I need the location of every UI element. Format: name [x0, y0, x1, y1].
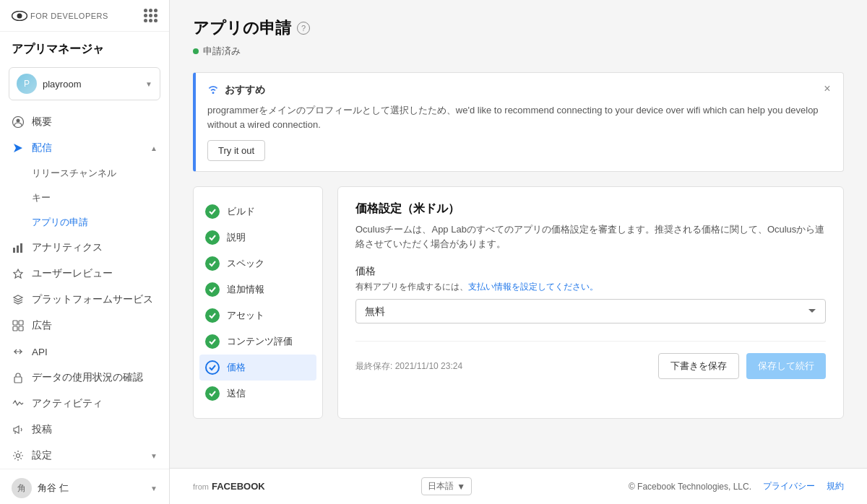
svg-rect-11 — [13, 326, 17, 331]
content-area: ビルド 説明 スペック — [193, 186, 844, 419]
sidebar-item-ads-label: 広告 — [32, 319, 52, 332]
footer-copyright: © Facebook Technologies, LLC. — [629, 482, 751, 492]
grid-nav-icon — [12, 319, 25, 332]
settings-chevron-down-icon: ▼ — [150, 452, 158, 460]
svg-marker-8 — [14, 295, 22, 300]
try-it-out-button[interactable]: Try it out — [207, 140, 265, 161]
sidebar-item-ads[interactable]: 広告 — [0, 313, 169, 339]
step-check-build — [205, 204, 220, 219]
step-assets[interactable]: アセット — [194, 303, 322, 329]
app-manager-title: アプリマネージャ — [0, 32, 169, 63]
sidebar-item-data-usage-label: データの使用状況の確認 — [32, 371, 143, 384]
sidebar-child-key[interactable]: キー — [0, 186, 169, 210]
distribution-left: 配信 — [12, 142, 52, 155]
help-icon[interactable]: ? — [297, 22, 310, 35]
sidebar-item-analytics[interactable]: アナリティクス — [0, 235, 169, 261]
sidebar-item-platform-services[interactable]: プラットフォームサービス — [0, 287, 169, 313]
footer-left: from FACEBOOK — [193, 481, 265, 492]
step-check-content-rating — [205, 334, 220, 349]
sidebar-item-posts[interactable]: 投稿 — [0, 417, 169, 443]
sidebar-item-settings-label: 設定 — [32, 449, 52, 462]
step-send[interactable]: 送信 — [194, 381, 322, 407]
svg-rect-4 — [13, 248, 15, 253]
app-selector-left: P playroom — [17, 74, 81, 94]
svg-point-3 — [17, 119, 20, 123]
panel-title: 価格設定（米ドル） — [355, 201, 826, 217]
draft-button[interactable]: 下書きを保存 — [658, 353, 739, 379]
footer-buttons: 下書きを保存 保存して続行 — [658, 353, 826, 379]
price-select[interactable]: 無料 — [355, 299, 826, 323]
step-label-content-rating: コンテンツ評価 — [227, 335, 293, 348]
status-dot — [193, 48, 199, 54]
sidebar-child-release-channel[interactable]: リリースチャンネル — [0, 161, 169, 186]
step-label-description: 説明 — [227, 231, 246, 244]
step-check-assets — [205, 308, 220, 323]
save-continue-button[interactable]: 保存して続行 — [746, 353, 826, 379]
footer-lang[interactable]: 日本語 ▼ — [421, 477, 472, 495]
app-selector[interactable]: P playroom ▼ — [9, 67, 160, 100]
step-label-additional-info: 追加情報 — [227, 283, 264, 296]
step-price[interactable]: 価格 — [199, 355, 316, 381]
price-field-hint: 有料アプリを作成するには、支払い情報を設定してください。 — [355, 281, 826, 293]
app-name: playroom — [43, 79, 81, 90]
gear-icon — [12, 449, 25, 462]
sidebar-item-api[interactable]: API — [0, 339, 169, 365]
step-check-additional-info — [205, 282, 220, 297]
nav-section: 概要 配信 ▲ リリースチャンネル キー アプリの申請 — [0, 109, 169, 469]
banner-close[interactable]: × — [820, 82, 834, 96]
sidebar-item-distribution-label: 配信 — [32, 142, 52, 155]
footer-privacy-link[interactable]: プライバシー — [763, 480, 815, 492]
footer-rules-link[interactable]: 規約 — [827, 480, 844, 492]
last-saved: 最終保存: 2021/11/10 23:24 — [355, 360, 462, 373]
banner-title: おすすめ — [225, 84, 265, 97]
step-content-rating[interactable]: コンテンツ評価 — [194, 329, 322, 355]
chevron-down-icon: ▼ — [145, 80, 152, 88]
bar-chart-icon — [12, 241, 25, 254]
person-circle-icon — [12, 116, 25, 129]
svg-rect-6 — [20, 243, 22, 253]
step-spec[interactable]: スペック — [194, 251, 322, 277]
sidebar-item-overview-label: 概要 — [32, 116, 52, 129]
lock-icon — [12, 371, 25, 384]
step-label-assets: アセット — [227, 309, 264, 322]
step-check-spec — [205, 256, 220, 271]
step-description[interactable]: 説明 — [194, 225, 322, 251]
sidebar-item-overview[interactable]: 概要 — [0, 109, 169, 135]
page-title: アプリの申請 — [193, 17, 291, 39]
activity-icon — [12, 397, 25, 410]
grid-icon[interactable] — [144, 9, 158, 22]
oculus-logo-icon — [12, 11, 27, 21]
sidebar-item-settings[interactable]: 設定 ▼ — [0, 443, 169, 469]
footer-facebook-label: FACEBOOK — [212, 481, 265, 492]
page-title-row: アプリの申請 ? — [193, 17, 844, 39]
step-check-send — [205, 386, 220, 401]
recommendation-banner: おすすめ × programmerをメインのプロフィールとして選択したため、we… — [193, 72, 844, 172]
svg-rect-5 — [17, 246, 19, 253]
step-label-price: 価格 — [227, 361, 246, 374]
sidebar-child-app-submission[interactable]: アプリの申請 — [0, 210, 169, 235]
wifi-icon — [207, 83, 219, 97]
step-additional-info[interactable]: 追加情報 — [194, 277, 322, 303]
payment-link[interactable]: 支払い情報を設定してください。 — [468, 282, 598, 292]
chevron-up-icon: ▲ — [150, 144, 158, 152]
step-label-build: ビルド — [227, 205, 255, 218]
sidebar-bottom: 角 角谷 仁 ▼ — [0, 469, 169, 504]
sidebar-item-user-review-label: ユーザーレビュー — [32, 267, 113, 280]
sidebar-item-activity[interactable]: アクティビティ — [0, 391, 169, 417]
megaphone-icon — [12, 423, 25, 436]
step-check-description — [205, 230, 220, 245]
logo-text: FOR DEVELOPERS — [30, 12, 108, 20]
sidebar-item-distribution[interactable]: 配信 ▲ — [0, 135, 169, 161]
sidebar-item-user-review[interactable]: ユーザーレビュー — [0, 261, 169, 287]
svg-point-14 — [17, 454, 20, 458]
svg-rect-9 — [13, 321, 17, 325]
footer-lang-label: 日本語 — [428, 480, 454, 492]
step-build[interactable]: ビルド — [194, 199, 322, 225]
panel-description: Oculusチームは、App Labのすべてのアプリの価格設定を審査します。推奨… — [355, 222, 826, 251]
user-section[interactable]: 角 角谷 仁 ▼ — [0, 469, 169, 504]
svg-rect-13 — [14, 377, 22, 383]
step-check-price — [205, 360, 220, 375]
layers-icon — [12, 293, 25, 306]
app-avatar: P — [17, 74, 37, 94]
sidebar-item-data-usage[interactable]: データの使用状況の確認 — [0, 365, 169, 391]
